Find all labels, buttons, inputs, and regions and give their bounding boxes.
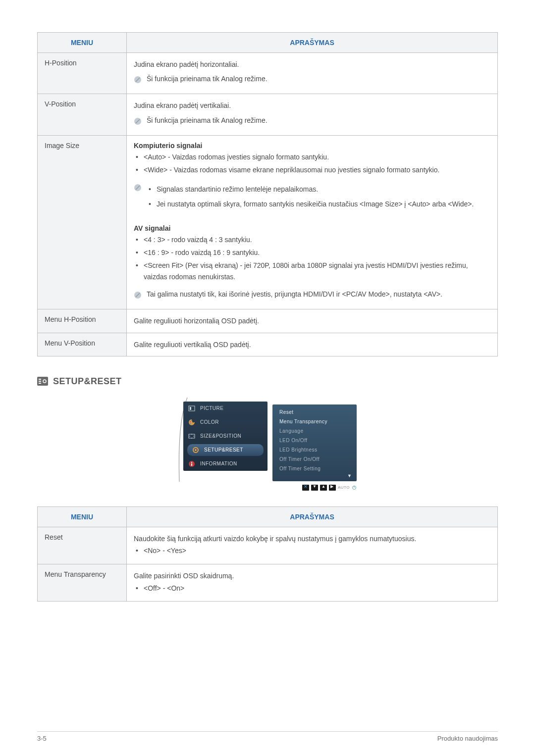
down-button-icon: ▼ (311, 485, 318, 491)
close-button-icon: ✕ (302, 485, 309, 491)
palette-icon (188, 419, 195, 426)
enter-button-icon: ▶ (329, 485, 336, 491)
svg-point-20 (195, 449, 197, 451)
list-item: <16 : 9> - rodo vaizdą 16 : 9 santykiu. (134, 247, 490, 259)
table-row: Menu V-Position Galite reguliuoti vertik… (38, 333, 498, 356)
note-block: Ši funkcija prieinama tik Analog režime. (134, 75, 490, 84)
menu-label: Image Size (38, 135, 127, 309)
bullet-list: Signalas standartinio režimo lentelėje n… (147, 184, 490, 210)
note-block: Tai galima nustatyti tik, kai išorinė įv… (134, 290, 490, 299)
list-item: Jei nustatyta optimali skyra, formato sa… (147, 199, 490, 210)
desc-cell: Judina ekrano padėtį horizontaliai. Ši f… (127, 53, 498, 94)
note-block: Ši funkcija prieinama tik Analog režime. (134, 116, 490, 125)
table-header-desc: APRAŠYMAS (127, 506, 498, 527)
menu-label: Menu Transparency (38, 564, 127, 602)
table-row: Image Size Kompiuterio signalai <Auto> -… (38, 135, 498, 309)
bullet-list: <No> - <Yes> (134, 545, 490, 557)
up-button-icon: ▲ (320, 485, 327, 491)
osd-item: LED Brightness (272, 445, 357, 454)
osd-item: Language (272, 426, 357, 436)
osd-label: COLOR (200, 419, 219, 425)
info-icon (134, 117, 142, 125)
section-title: SETUP&RESET (53, 376, 122, 387)
note-text: Tai galima nustatyti tik, kai išorinė įv… (147, 290, 490, 298)
osd-label: SETUP&RESET (204, 447, 243, 453)
desc-text: Galite pasirinkti OSD skaidrumą. (134, 570, 490, 581)
osd-item: LED On/Off (272, 436, 357, 445)
note-block: Signalas standartinio režimo lentelėje n… (134, 183, 490, 213)
section-heading: SETUP&RESET (37, 376, 498, 387)
list-item: <Wide> - Vaizdas rodomas visame ekrane n… (134, 164, 490, 176)
osd-tab-picture: PICTURE (183, 402, 268, 415)
osd-right-panel: Reset Menu Transparency Language LED On/… (272, 404, 357, 481)
list-item: Signalas standartinio režimo lentelėje n… (147, 184, 490, 196)
osd-tab-color: COLOR (183, 415, 268, 429)
subheading: Kompiuterio signalai (134, 142, 490, 150)
subheading: AV signalai (134, 224, 490, 232)
table-header-menu: MENIU (38, 33, 127, 53)
osd-label: INFORMATION (200, 461, 237, 466)
bullet-list: <Auto> - Vaizdas rodomas įvesties signal… (134, 151, 490, 176)
gear-icon (192, 447, 199, 454)
page-footer: 3-5 Produkto naudojimas (37, 731, 498, 742)
desc-text: Naudokite šią funkciją atkurti vaizdo ko… (134, 533, 490, 544)
osd-label: PICTURE (200, 405, 223, 411)
osd-item: Menu Transparency (272, 417, 357, 426)
osd-preview-image: PICTURE COLOR SIZE&POSITION SETUP&RESET … (173, 398, 362, 492)
list-item: <Off> - <On> (134, 583, 490, 595)
svg-point-17 (190, 423, 191, 424)
osd-label: SIZE&POSITION (200, 433, 241, 439)
desc-cell: Judina ekrano padėtį vertikaliai. Ši fun… (127, 94, 498, 135)
table-row: Menu Transparency Galite pasirinkti OSD … (38, 564, 498, 602)
svg-point-16 (191, 420, 192, 421)
power-icon (352, 485, 357, 490)
picture-icon (188, 405, 195, 412)
menu-label: Reset (38, 527, 127, 564)
footer-title: Produkto naudojimas (437, 735, 498, 742)
svg-point-15 (190, 421, 191, 422)
size-icon (188, 433, 195, 440)
desc-text: Galite reguliuoti horizontalią OSD padėt… (127, 309, 498, 333)
osd-tab-sizeposition: SIZE&POSITION (183, 429, 268, 443)
table-setup-reset: MENIU APRAŠYMAS Reset Naudokite šią funk… (37, 506, 498, 602)
desc-text: Judina ekrano padėtį horizontaliai. (134, 59, 490, 70)
desc-text: Judina ekrano padėtį vertikaliai. (134, 100, 490, 111)
table-row: Menu H-Position Galite reguliuoti horizo… (38, 309, 498, 333)
note-text: Ši funkcija prieinama tik Analog režime. (147, 116, 490, 124)
osd-item: Reset (272, 407, 357, 417)
menu-label: Menu V-Position (38, 333, 127, 356)
bullet-list: <4 : 3> - rodo vaizdą 4 : 3 santykiu. <1… (134, 234, 490, 283)
desc-cell: Kompiuterio signalai <Auto> - Vaizdas ro… (127, 135, 498, 309)
list-item: <No> - <Yes> (134, 545, 490, 557)
info-icon (134, 291, 142, 299)
table-row: H-Position Judina ekrano padėtį horizont… (38, 53, 498, 94)
settings-icon (37, 377, 48, 386)
osd-left-panel: PICTURE COLOR SIZE&POSITION SETUP&RESET … (183, 402, 268, 471)
svg-rect-22 (191, 463, 192, 466)
table-size-position: MENIU APRAŠYMAS H-Position Judina ekrano… (37, 32, 498, 356)
list-item: <Auto> - Vaizdas rodomas įvesties signal… (134, 151, 490, 163)
page-number: 3-5 (37, 735, 47, 742)
desc-cell: Naudokite šią funkciją atkurti vaizdo ko… (127, 527, 498, 564)
bullet-list: <Off> - <On> (134, 583, 490, 595)
list-item: <4 : 3> - rodo vaizdą 4 : 3 santykiu. (134, 234, 490, 246)
desc-cell: Galite pasirinkti OSD skaidrumą. <Off> -… (127, 564, 498, 602)
svg-rect-9 (39, 379, 41, 380)
osd-item: Off Timer Setting (272, 464, 357, 473)
info-icon (134, 184, 142, 192)
osd-tab-information: INFORMATION (183, 457, 268, 471)
list-item: <Screen Fit> (Per visą ekraną) - jei 720… (134, 260, 490, 284)
table-header-menu: MENIU (38, 506, 127, 527)
svg-rect-23 (191, 462, 192, 463)
table-header-desc: APRAŠYMAS (127, 33, 498, 53)
arrow-down-icon: ▼ (272, 473, 357, 478)
osd-item: Off Timer On/Off (272, 454, 357, 464)
menu-label: V-Position (38, 94, 127, 135)
table-row: Reset Naudokite šią funkciją atkurti vai… (38, 527, 498, 564)
svg-rect-11 (39, 383, 41, 384)
desc-text: Galite reguliuoti vertikalią OSD padėtį. (127, 333, 498, 356)
osd-bottom-buttons: ✕ ▼ ▲ ▶ AUTO (302, 485, 357, 491)
menu-label: Menu H-Position (38, 309, 127, 333)
table-row: V-Position Judina ekrano padėtį vertikal… (38, 94, 498, 135)
note-text: Ši funkcija prieinama tik Analog režime. (147, 75, 490, 83)
